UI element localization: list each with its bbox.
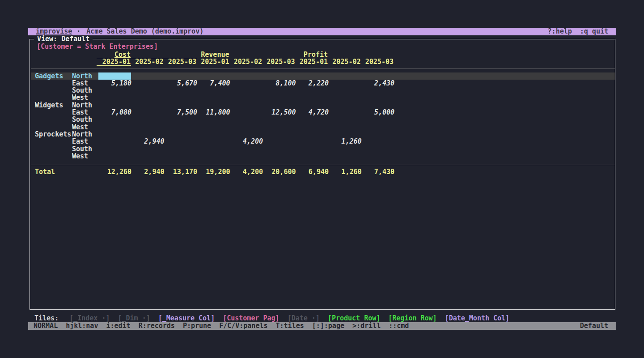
status-hint: R:records	[139, 322, 175, 329]
table-row[interactable]: West	[31, 153, 615, 160]
product-label: Widgets	[35, 102, 63, 109]
table-row[interactable]: West	[31, 94, 615, 101]
value-cell[interactable]: 2,940	[131, 138, 165, 145]
tile-dim[interactable]: [_Dim ·]	[118, 315, 150, 322]
tile-text: _Dim	[122, 314, 138, 322]
column-header-month[interactable]: 2025-02	[328, 58, 361, 65]
table-row[interactable]: East7,0807,50011,80012,5004,7205,000	[31, 109, 615, 116]
column-group-profit[interactable]: Profit	[295, 51, 328, 58]
filter-badge[interactable]: [Customer = Stark Enterprises]	[37, 43, 158, 50]
region-label: West	[72, 153, 88, 160]
tile-text: [	[158, 314, 162, 322]
region-label: East	[72, 109, 88, 116]
tile-index[interactable]: [_Index ·]	[69, 315, 110, 322]
region-label: South	[72, 145, 92, 153]
tile-text: ·]	[97, 314, 110, 322]
total-cell: 2,940	[131, 168, 165, 175]
header-separator	[31, 68, 615, 69]
value-cell[interactable]: 2,430	[361, 80, 394, 87]
column-header-month[interactable]: 2025-03	[163, 58, 196, 65]
table-row[interactable]: WidgetsNorth	[31, 102, 615, 109]
quit-hint[interactable]: :q quit	[580, 28, 608, 35]
tiles-row: Tiles: [_Index ·][_Dim ·][_Measure Col][…	[28, 315, 616, 322]
status-hint: ::cmd	[389, 322, 409, 329]
status-hint: [:]:page	[312, 322, 344, 329]
status-hint: hjkl:nav	[66, 322, 98, 329]
value-cell[interactable]: 5,000	[361, 109, 394, 116]
total-cell: 19,200	[197, 168, 230, 175]
sorted-column-underline	[97, 65, 131, 66]
value-cell[interactable]: 2,220	[296, 80, 329, 87]
region-label: South	[72, 87, 92, 94]
table-row[interactable]: SprocketsNorth	[31, 131, 615, 138]
value-cell[interactable]: 4,200	[230, 138, 263, 145]
value-cell[interactable]: 5,180	[98, 80, 131, 87]
region-label: West	[72, 94, 88, 101]
status-hint: F/C/V:panels	[219, 322, 267, 329]
region-label: South	[72, 116, 92, 123]
tile-measure-col[interactable]: [_Measure Col]	[158, 315, 215, 322]
table-row[interactable]: South	[31, 116, 615, 123]
column-header-month[interactable]: 2025-03	[360, 58, 394, 65]
column-header-month[interactable]: 2025-02	[229, 58, 262, 65]
table-row[interactable]: South	[31, 145, 615, 153]
tile-date[interactable]: [Date ·]	[288, 315, 320, 322]
value-cell[interactable]: 4,720	[296, 109, 329, 116]
status-hint: i:edit	[106, 322, 130, 329]
region-label: North	[72, 131, 92, 138]
value-cell[interactable]: 7,500	[164, 109, 197, 116]
view-label: View: Default	[34, 35, 93, 43]
cell-cursor[interactable]	[98, 72, 131, 80]
column-header-month[interactable]: 2025-01	[295, 58, 328, 65]
status-hint: P:prune	[183, 322, 211, 329]
region-label: East	[72, 80, 88, 87]
value-cell[interactable]: 12,500	[263, 109, 296, 116]
status-hint: T:tiles	[276, 322, 304, 329]
column-group-revenue[interactable]: Revenue	[196, 51, 229, 58]
tile-text: [	[69, 314, 73, 322]
total-cell: 7,430	[361, 168, 394, 175]
region-label: North	[72, 102, 92, 109]
column-group-cost[interactable]: Cost	[97, 51, 131, 58]
value-cell[interactable]: 11,800	[197, 109, 230, 116]
tile-date-month-col[interactable]: [Date_Month Col]	[445, 315, 510, 322]
tile-text: [	[118, 314, 122, 322]
month-header-row: 2025-012025-022025-032025-012025-022025-…	[30, 58, 615, 65]
region-label: East	[72, 138, 88, 145]
tile-text: ·]	[138, 314, 150, 322]
status-bar: NORMAL hjkl:navi:editR:recordsP:pruneF/C…	[28, 322, 616, 330]
table-row[interactable]: East2,9404,2001,260	[31, 138, 615, 145]
measure-header-row: CostRevenueProfit	[30, 51, 615, 58]
value-cell[interactable]: 7,400	[197, 80, 230, 87]
column-header-month[interactable]: 2025-01	[97, 58, 131, 65]
column-header-month[interactable]: 2025-02	[131, 58, 164, 65]
tile-region-row[interactable]: [Region Row]	[388, 315, 436, 322]
value-cell[interactable]: 1,260	[329, 138, 362, 145]
mode-indicator: NORMAL	[34, 322, 58, 329]
title-bar: improvise·Acme Sales Demo (demo.improv) …	[28, 28, 616, 35]
value-cell[interactable]: 7,080	[98, 109, 131, 116]
table-row[interactable]: West	[31, 124, 615, 131]
table-row[interactable]: East5,1805,6707,4008,1002,2202,430	[31, 80, 615, 87]
total-row: Total 12,2602,94013,17019,2004,20020,600…	[31, 168, 615, 175]
tile-product-row[interactable]: [Product Row]	[328, 315, 380, 322]
document-title: Acme Sales Demo (demo.improv)	[86, 28, 203, 35]
tile-text: Col]	[195, 314, 215, 322]
app-name: improvise	[36, 28, 72, 35]
title-separator: ·	[76, 28, 80, 35]
region-label: North	[72, 72, 92, 80]
tile-customer-pag[interactable]: [Customer Pag]	[223, 315, 279, 322]
status-hint: >:drill	[352, 322, 381, 329]
column-header-month[interactable]: 2025-03	[262, 58, 295, 65]
table-row[interactable]: South	[31, 87, 615, 94]
total-cell: 13,170	[164, 168, 197, 175]
column-header-month[interactable]: 2025-01	[196, 58, 229, 65]
value-cell[interactable]: 8,100	[263, 80, 296, 87]
total-label: Total	[35, 168, 55, 175]
tiles-label: Tiles:	[34, 315, 59, 322]
value-cell[interactable]: 5,670	[164, 80, 197, 87]
total-cell: 6,940	[296, 168, 329, 175]
table-row[interactable]: GadgetsNorth	[31, 72, 615, 80]
help-hint[interactable]: ?:help	[548, 28, 572, 35]
total-cell: 4,200	[230, 168, 263, 175]
